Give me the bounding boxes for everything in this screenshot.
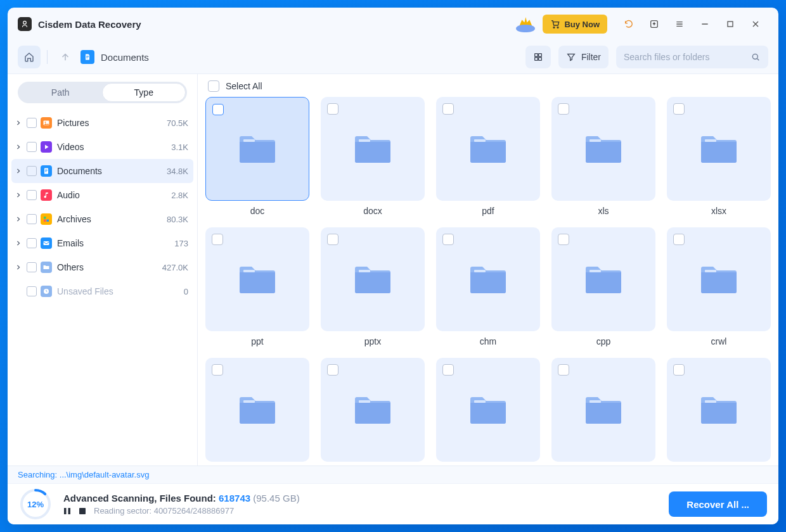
folder-tile[interactable] — [667, 358, 771, 462]
folder-tile[interactable] — [551, 97, 655, 201]
folder-checkbox[interactable] — [673, 234, 685, 245]
folder-checkbox[interactable] — [212, 364, 223, 376]
buy-now-button[interactable]: Buy Now — [543, 15, 607, 34]
upload-icon[interactable] — [641, 11, 667, 37]
titlebar: Cisdem Data Recovery Buy Now — [8, 8, 778, 41]
folder-checkbox[interactable] — [442, 103, 454, 115]
folder-label: ppt — [251, 336, 263, 346]
close-icon[interactable] — [743, 11, 768, 37]
row-checkbox[interactable] — [27, 262, 37, 272]
row-checkbox[interactable] — [27, 142, 37, 152]
seg-type[interactable]: Type — [102, 83, 186, 102]
svg-rect-32 — [474, 270, 486, 272]
grid-scroll[interactable]: docdocxpdfxlsxlsxpptpptxchmcppcrwl — [198, 97, 778, 466]
row-checkbox[interactable] — [27, 118, 37, 128]
row-icon — [41, 141, 52, 153]
folder-checkbox[interactable] — [212, 104, 224, 115]
sidebar-row-documents[interactable]: Documents34.8K — [11, 159, 193, 183]
grid-view-button[interactable] — [525, 46, 551, 68]
search-icon — [751, 52, 761, 62]
row-icon — [41, 165, 52, 177]
expander-icon[interactable] — [14, 167, 23, 175]
folder-checkbox[interactable] — [558, 103, 569, 115]
sidebar-row-archives[interactable]: Archives80.3K — [11, 207, 193, 231]
folder-icon — [583, 130, 624, 167]
row-checkbox[interactable] — [27, 214, 37, 224]
row-checkbox[interactable] — [27, 166, 37, 176]
folder-tile[interactable] — [321, 97, 425, 201]
search-input[interactable] — [624, 52, 744, 62]
row-checkbox[interactable] — [27, 190, 37, 200]
main-panel: Select All docdocxpdfxlsxlsxpptpptxchmcp… — [198, 74, 778, 466]
expander-icon[interactable] — [14, 263, 23, 272]
folder-tile[interactable] — [205, 358, 309, 462]
select-all-checkbox[interactable] — [208, 80, 219, 92]
expander-icon[interactable] — [14, 118, 23, 127]
folder-card: xls — [551, 97, 655, 216]
sidebar-row-others[interactable]: Others427.0K — [11, 255, 193, 279]
folder-checkbox[interactable] — [673, 103, 685, 115]
folder-tile[interactable] — [667, 227, 771, 331]
folder-checkbox[interactable] — [327, 103, 338, 115]
row-checkbox[interactable] — [27, 286, 37, 296]
folder-icon — [468, 130, 508, 167]
up-button[interactable] — [54, 46, 77, 68]
pause-button[interactable] — [63, 507, 71, 515]
folder-tile[interactable] — [205, 227, 309, 331]
svg-point-14 — [45, 122, 46, 123]
expander-icon[interactable] — [14, 142, 23, 151]
row-count: 70.5K — [167, 118, 188, 128]
sidebar-row-videos[interactable]: Videos3.1K — [11, 135, 193, 159]
folder-checkbox[interactable] — [558, 234, 569, 245]
row-count: 3.1K — [171, 142, 188, 152]
undo-icon[interactable] — [616, 11, 641, 37]
row-label: Unsaved Files — [57, 286, 180, 296]
folder-label: crwl — [711, 336, 727, 346]
scan-sub-text: Reading sector: 40075264/248886977 — [63, 506, 657, 516]
minimize-icon[interactable] — [692, 11, 718, 37]
seg-path[interactable]: Path — [19, 83, 102, 102]
folder-card — [321, 358, 425, 466]
expander-icon[interactable] — [14, 191, 23, 200]
row-label: Others — [57, 262, 158, 272]
expander-icon[interactable] — [14, 239, 23, 248]
hamburger-icon[interactable] — [667, 11, 692, 37]
svg-rect-36 — [359, 400, 370, 403]
folder-checkbox[interactable] — [442, 364, 454, 376]
sidebar-row-pictures[interactable]: Pictures70.5K — [11, 111, 193, 135]
row-checkbox[interactable] — [27, 238, 37, 248]
folder-tile[interactable] — [436, 358, 540, 462]
filter-button[interactable]: Filter — [558, 46, 609, 68]
folder-icon — [352, 130, 393, 167]
folder-tile[interactable] — [667, 97, 771, 201]
folder-checkbox[interactable] — [442, 234, 454, 245]
expander-icon[interactable] — [14, 215, 23, 224]
stop-button[interactable] — [79, 507, 86, 515]
folder-checkbox[interactable] — [673, 364, 685, 376]
folder-label: pdf — [482, 206, 494, 216]
folder-tile[interactable] — [551, 227, 655, 331]
recover-button[interactable]: Recover All ... — [669, 491, 767, 517]
home-button[interactable] — [18, 46, 41, 68]
search-field[interactable] — [616, 46, 768, 68]
folder-tile[interactable] — [551, 358, 655, 462]
row-count: 0 — [184, 287, 188, 296]
svg-rect-38 — [590, 400, 601, 403]
folder-checkbox[interactable] — [327, 234, 338, 245]
folder-checkbox[interactable] — [212, 234, 223, 245]
folder-tile[interactable] — [436, 227, 540, 331]
folder-tile[interactable] — [321, 358, 425, 462]
sidebar-row-unsaved-files[interactable]: Unsaved Files0 — [11, 279, 193, 303]
progress-ring: 12% — [19, 488, 52, 521]
folder-checkbox[interactable] — [558, 364, 569, 376]
crown-icon[interactable] — [515, 16, 536, 32]
maximize-icon[interactable] — [718, 11, 743, 37]
folder-label: pptx — [364, 336, 381, 346]
sidebar-row-emails[interactable]: Emails173 — [11, 231, 193, 255]
folder-tile[interactable] — [321, 227, 425, 331]
folder-checkbox[interactable] — [327, 364, 338, 376]
folder-label: doc — [250, 206, 265, 216]
folder-tile[interactable] — [436, 97, 540, 201]
sidebar-row-audio[interactable]: Audio2.8K — [11, 183, 193, 207]
folder-tile[interactable] — [205, 97, 309, 201]
